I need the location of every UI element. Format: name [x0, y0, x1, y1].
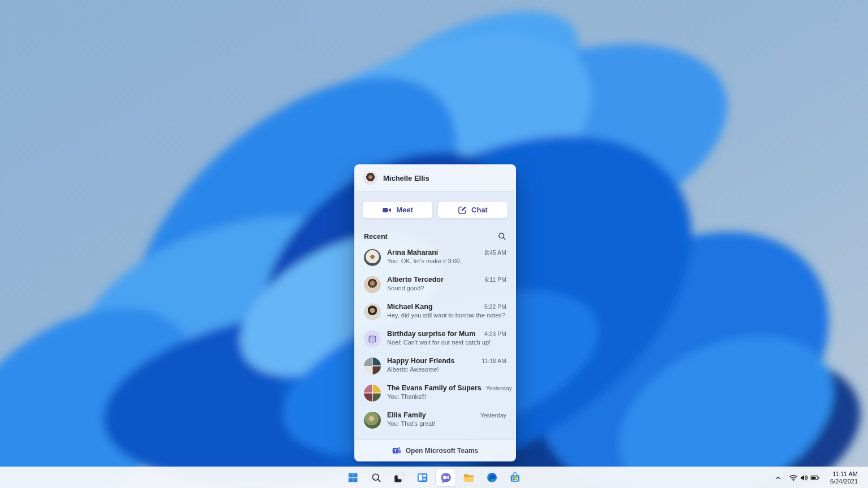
calendar-icon — [368, 334, 377, 343]
clock-time: 11:11 AM — [830, 470, 858, 478]
chat-item-main: Alberto Tercedor 6:11 PM Sound good? — [387, 275, 506, 292]
meet-button[interactable]: Meet — [362, 201, 433, 219]
taskbar: 11:11 AM 6/24/2021 — [0, 467, 868, 488]
chat-list-item[interactable]: Alberto Tercedor 6:11 PM Sound good? — [355, 272, 515, 299]
desktop: Michelle Ellis Meet — [0, 0, 868, 488]
recent-chat-list: Arina Maharani 8:45 AM You: OK, let's ma… — [355, 245, 515, 439]
chat-time: Yesterday — [480, 412, 506, 419]
teams-chat-flyout: Michelle Ellis Meet — [354, 164, 516, 461]
chat-list-item[interactable]: Arina Maharani 8:45 AM You: OK, let's ma… — [355, 245, 515, 272]
chat-name: Arina Maharani — [387, 248, 438, 257]
flyout-header: Michelle Ellis — [355, 165, 515, 191]
task-view-button[interactable] — [389, 469, 410, 487]
chat-time: 5:22 PM — [484, 303, 506, 310]
chat-button-label: Chat — [471, 206, 488, 214]
video-camera-icon — [382, 206, 392, 215]
avatar — [364, 303, 381, 320]
chat-time: Yesterday — [486, 385, 512, 391]
start-button[interactable] — [342, 469, 363, 487]
chat-time: 4:23 PM — [484, 330, 506, 337]
chat-preview: You: Thanks!!! — [387, 393, 506, 400]
system-tray: 11:11 AM 6/24/2021 — [771, 467, 866, 488]
avatar — [364, 412, 381, 429]
microsoft-store-button[interactable] — [505, 469, 526, 487]
chat-name: Michael Kang — [387, 302, 433, 311]
chat-list-item[interactable]: Michael Kang 5:22 PM Hey, did you still … — [355, 299, 515, 326]
user-name: Michelle Ellis — [383, 174, 429, 182]
recent-row: Recent — [355, 219, 515, 241]
calendar-avatar — [364, 330, 381, 347]
network-volume-battery-button[interactable] — [785, 469, 823, 487]
widgets-icon — [416, 472, 428, 483]
folder-icon — [463, 472, 475, 483]
chat-button[interactable]: Chat — [437, 201, 508, 219]
group-avatar — [364, 358, 381, 374]
recent-label: Recent — [364, 233, 388, 241]
chat-name: Happy Hour Friends — [387, 356, 454, 365]
edge-icon — [486, 472, 498, 483]
taskbar-center-icons — [342, 467, 526, 488]
wifi-icon — [789, 473, 798, 482]
chat-list-item[interactable]: The Evans Family of Supers Yesterday You… — [355, 381, 515, 408]
compose-icon — [458, 206, 467, 215]
teams-chat-taskbar-button[interactable] — [435, 469, 456, 487]
chat-item-main: Arina Maharani 8:45 AM You: OK, let's ma… — [387, 248, 506, 265]
avatar — [364, 276, 381, 293]
chat-name: Alberto Tercedor — [387, 275, 444, 284]
search-taskbar-button[interactable] — [366, 469, 387, 487]
chat-preview: Noel: Can't wait for our next catch up! — [387, 338, 506, 346]
action-buttons-row: Meet Chat — [355, 191, 515, 219]
battery-icon — [810, 473, 820, 482]
chevron-up-icon — [774, 474, 782, 482]
search-icon — [498, 232, 506, 241]
chat-item-main: Happy Hour Friends 11:16 AM Alberto: Awe… — [387, 356, 506, 373]
chat-list-item[interactable]: Birthday surprise for Mum 4:23 PM Noel: … — [355, 326, 515, 354]
teams-chat-icon — [440, 472, 452, 484]
meet-button-label: Meet — [396, 206, 413, 214]
user-avatar — [363, 171, 377, 185]
chat-preview: You: That's great! — [387, 420, 506, 428]
chat-name: Birthday surprise for Mum — [387, 329, 475, 338]
chat-preview: You: OK, let's make it 3:00. — [387, 257, 506, 265]
chat-preview: Hey, did you still want to borrow the no… — [387, 311, 506, 319]
windows-logo-icon — [347, 472, 359, 483]
chat-preview: Sound good? — [387, 284, 506, 292]
chat-item-main: The Evans Family of Supers Yesterday You… — [387, 384, 506, 400]
open-teams-button[interactable]: Open Microsoft Teams — [355, 439, 515, 461]
teams-logo-icon — [392, 446, 401, 455]
chat-list-item[interactable]: Ellis Family Yesterday You: That's great… — [355, 408, 515, 435]
chat-item-main: Birthday surprise for Mum 4:23 PM Noel: … — [387, 329, 506, 346]
group-avatar — [364, 385, 381, 402]
open-teams-label: Open Microsoft Teams — [406, 447, 478, 455]
widgets-button[interactable] — [412, 469, 433, 487]
store-icon — [509, 472, 521, 483]
chat-time: 11:16 AM — [481, 358, 506, 364]
chat-item-main: Michael Kang 5:22 PM Hey, did you still … — [387, 302, 506, 319]
chat-item-main: Ellis Family Yesterday You: That's great… — [387, 411, 506, 428]
chat-time: 8:45 AM — [484, 249, 506, 256]
task-view-icon — [393, 472, 405, 483]
search-icon — [371, 472, 382, 483]
chat-name: The Evans Family of Supers — [387, 384, 481, 393]
chat-name: Ellis Family — [387, 411, 426, 420]
search-button[interactable] — [498, 232, 506, 241]
edge-browser-button[interactable] — [481, 469, 502, 487]
clock-date: 6/24/2021 — [830, 478, 858, 485]
clock: 11:11 AM 6/24/2021 — [827, 470, 862, 485]
chat-time: 6:11 PM — [485, 276, 506, 283]
chat-list-item[interactable]: Happy Hour Friends 11:16 AM Alberto: Awe… — [355, 354, 515, 381]
volume-icon — [800, 473, 809, 482]
file-explorer-button[interactable] — [458, 469, 479, 487]
show-hidden-icons-button[interactable] — [771, 469, 785, 487]
avatar — [364, 249, 381, 266]
chat-preview: Alberto: Awesome! — [387, 365, 506, 373]
clock-button[interactable]: 11:11 AM 6/24/2021 — [823, 469, 866, 487]
